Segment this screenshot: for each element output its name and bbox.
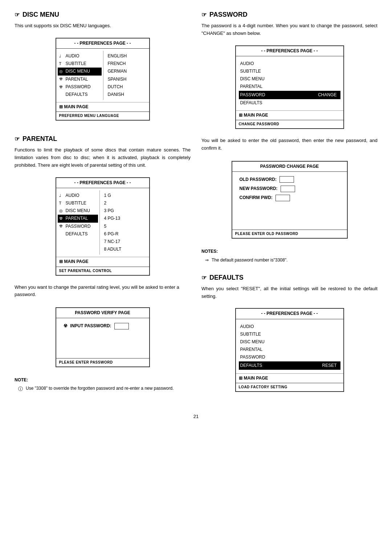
level-1g: 1 G [103, 192, 123, 199]
parental-main-page: MAIN PAGE [64, 258, 89, 265]
pwd-change-title: PASSWORD CHANGE PAGE [232, 162, 347, 172]
parental-title: ☞ PARENTAL [15, 135, 191, 143]
lang-spanish: SPANISH [106, 76, 130, 83]
parental-icon: ☢ [59, 76, 64, 82]
password-desc2: You will be asked to enter the old passw… [201, 137, 377, 152]
verify-box-title: PASSWORD VERIFY PAGE [56, 308, 149, 318]
parental-icon-verify: ☢ [64, 323, 68, 329]
lang-english: ENGLISH [106, 52, 130, 60]
level-8adult: 8 ADULT [103, 246, 123, 253]
password-menu-body: AUDIO SUBTITLE DISC MENU PARENTAL PASSWO… [236, 56, 343, 110]
defaults-body: When you select "RESET", all the initial… [201, 285, 377, 396]
old-pwd-row: OLD PASSWORD: [240, 176, 340, 183]
arrow-icon: ⇒ [205, 257, 209, 264]
disc-icon: ◎ [59, 68, 64, 75]
parental-subtitle: T SUBTITLE [58, 199, 98, 207]
audio-icon: ♩ [59, 53, 64, 60]
pwd-change-body: OLD PASSWORD: NEW PASSWORD: CONFIRM PWD: [232, 172, 347, 230]
def-disc: DISC MENU [239, 338, 340, 346]
defaults-menu-title: - - PREFERENCES PAGE - - [236, 309, 343, 319]
menu-item-subtitle: T SUBTITLE [58, 60, 102, 68]
verify-input-box [114, 323, 129, 329]
def-subtitle: SUBTITLE [239, 331, 340, 338]
password-body: The password is a 4-digit number. When y… [201, 22, 377, 264]
pwd-change-box: PASSWORD CHANGE PAGE OLD PASSWORD: NEW P… [232, 161, 348, 239]
disc-menu-footer: PREFERRED MENU LANGUAGE [56, 112, 149, 120]
parental-section: ☞ PARENTAL Functions to limit the playba… [15, 135, 191, 393]
disc-menu-main-page: MAIN PAGE [64, 104, 89, 110]
parental-audio: ♩ AUDIO [58, 192, 98, 199]
level-5: 5 [103, 223, 123, 230]
parental-footer: SET PARENTRAL CONTROL [56, 267, 149, 275]
audio-icon-p: ♩ [59, 193, 64, 199]
password-menu-title: - - PREFERENCES PAGE - - [236, 46, 343, 56]
note-label: NOTE: [15, 377, 191, 384]
old-pwd-label: OLD PASSWORD: [240, 176, 277, 183]
password-menu-box: - - PREFERENCES PAGE - - AUDIO SUBTITLE … [235, 45, 344, 129]
subtitle-icon: T [59, 61, 64, 67]
disc-menu-box-body: ♩ AUDIO T SUBTITLE ◎ DISC MENU [56, 49, 149, 102]
defaults-footer: LOAD FACTORY SETTING [236, 383, 343, 391]
reset-value: RESET [320, 362, 339, 369]
pwd-change-footer: PLEASE ENTER OLD PASSWORD [232, 230, 347, 238]
parental-menu-box-body: ♩ AUDIO T SUBTITLE ◎ DISC MENU [56, 188, 149, 257]
def-audio: AUDIO [239, 323, 340, 331]
main-page-icon-def: ⊞ [239, 375, 242, 382]
def-parental: PARENTAL [239, 346, 340, 353]
defaults-section: ☞ DEFAULTS When you select "RESET", all … [201, 274, 377, 396]
verify-box-body: ☢ INPUT PASSWORD: [56, 318, 149, 358]
parental-change-text: When you want to change the parental rat… [15, 284, 191, 299]
pwd-menu-parental: PARENTAL [239, 83, 340, 90]
password-icon-p: ☢ [59, 223, 64, 230]
disc-menu-box: - - PREFERENCES PAGE - - ♩ AUDIO T [56, 38, 150, 121]
info-icon: ⓘ [18, 385, 23, 393]
confirm-pwd-row: CONFIRM PWD: [240, 194, 340, 201]
password-icon: ☢ [59, 84, 64, 90]
confirm-pwd-input [275, 195, 290, 201]
defaults-title: ☞ DEFAULTS [201, 274, 377, 281]
menu-item-disc-menu: ◎ DISC MENU [58, 68, 102, 75]
defaults-menu-body: AUDIO SUBTITLE DISC MENU PARENTAL PASSWO… [236, 319, 343, 373]
finger-icon: ☞ [15, 11, 20, 18]
finger-icon-pwd: ☞ [201, 11, 207, 18]
page-number: 21 [15, 414, 377, 419]
disc-menu-box-title: - - PREFERENCES PAGE - - [56, 39, 149, 49]
password-menu-footer: CHANGE PASSWORD [236, 120, 343, 128]
disc-menu-section: ☞ DISC MENU This unit supports six DISC … [15, 11, 191, 125]
pwd-menu-subtitle: SUBTITLE [239, 68, 340, 75]
parental-menu-box: - - PREFERENCES PAGE - - ♩ AUDIO T [56, 177, 150, 276]
main-page-icon-p: ⊞ [59, 258, 63, 265]
parental-password: ☢ PASSWORD [58, 223, 98, 230]
verify-footer: PLEASE ENTER PASSWORD [56, 358, 149, 366]
pwd-menu-defaults: DEFAULTS [239, 99, 340, 107]
note-arrow-text: The default password number is"3308". [212, 257, 287, 264]
menu-item-audio: ♩ AUDIO [58, 52, 102, 60]
confirm-pwd-label: CONFIRM PWD: [240, 194, 273, 201]
new-pwd-row: NEW PASSWORD: [240, 185, 340, 192]
pwd-menu-disc: DISC MENU [239, 75, 340, 83]
def-password: PASSWORD [239, 353, 340, 361]
menu-item-password: ☢ PASSWORD [58, 83, 102, 91]
password-main-page: MAIN PAGE [244, 112, 268, 119]
disc-menu-description: This unit supports six DISC MENU languag… [15, 22, 191, 125]
level-4pg13: 4 PG-13 [103, 215, 123, 222]
menu-item-defaults: DEFAULTS [58, 91, 102, 98]
level-6pgr: 6 PG-R [103, 230, 123, 238]
level-7nc17: 7 NC-17 [103, 238, 123, 246]
verify-box: PASSWORD VERIFY PAGE ☢ INPUT PASSWORD: P… [56, 307, 150, 367]
password-title: ☞ PASSWORD [201, 11, 377, 19]
parental-body: Functions to limit the playback of some … [15, 146, 191, 393]
pwd-menu-password: PASSWORD CHANGE [239, 91, 340, 99]
main-page-icon: ⊞ [59, 104, 63, 110]
parental-disc-menu: ◎ DISC MENU [58, 207, 98, 215]
pwd-menu-audio: AUDIO [239, 60, 340, 68]
note-text: Use "3308" to override the forgotten pas… [26, 385, 173, 392]
finger-icon-defaults: ☞ [201, 274, 207, 281]
finger-icon-parental: ☞ [15, 135, 20, 142]
new-pwd-label: NEW PASSWORD: [240, 185, 278, 192]
notes-label: NOTES: [201, 248, 377, 255]
arrow-note: ⇒ The default password number is"3308". [205, 257, 377, 264]
lang-dutch: DUTCH [106, 83, 130, 91]
def-defaults: DEFAULTS RESET [239, 361, 340, 370]
parental-parental: ☢ PARENTAL [58, 215, 98, 222]
